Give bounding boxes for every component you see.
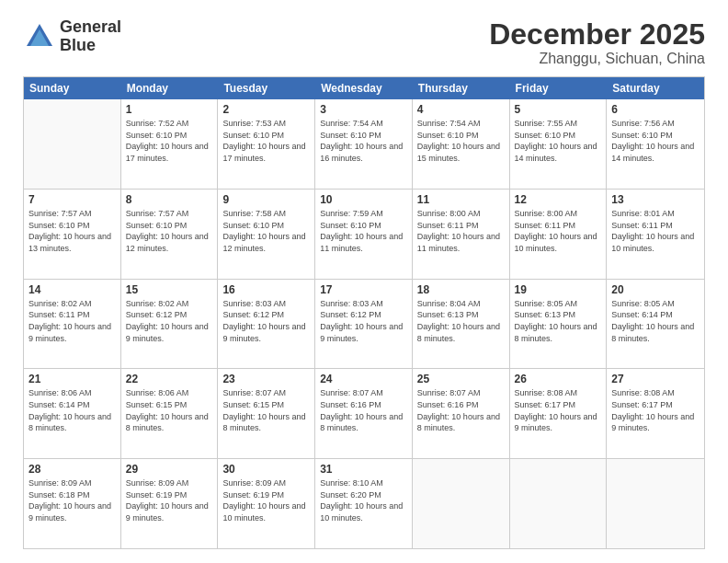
header-day: Tuesday xyxy=(218,77,315,99)
cell-info: Sunrise: 7:57 AM Sunset: 6:10 PM Dayligh… xyxy=(28,208,116,254)
calendar-cell: 24Sunrise: 8:07 AM Sunset: 6:16 PM Dayli… xyxy=(315,369,413,458)
logo: General Blue xyxy=(23,18,121,55)
calendar-cell: 10Sunrise: 7:59 AM Sunset: 6:10 PM Dayli… xyxy=(315,190,413,279)
calendar-cell: 9Sunrise: 7:58 AM Sunset: 6:10 PM Daylig… xyxy=(218,190,315,279)
cell-info: Sunrise: 8:06 AM Sunset: 6:15 PM Dayligh… xyxy=(126,387,213,433)
cell-day-number: 16 xyxy=(222,283,310,296)
cell-day-number: 4 xyxy=(417,103,505,116)
calendar-cell: 20Sunrise: 8:05 AM Sunset: 6:14 PM Dayli… xyxy=(607,280,704,369)
cell-day-number: 7 xyxy=(28,193,116,206)
calendar-cell: 25Sunrise: 8:07 AM Sunset: 6:16 PM Dayli… xyxy=(413,369,510,458)
cell-day-number: 18 xyxy=(417,283,505,296)
header-day: Saturday xyxy=(607,77,704,99)
calendar-cell: 15Sunrise: 8:02 AM Sunset: 6:12 PM Dayli… xyxy=(121,280,219,369)
cell-info: Sunrise: 8:02 AM Sunset: 6:12 PM Dayligh… xyxy=(126,298,213,344)
cell-day-number: 2 xyxy=(222,103,310,116)
cell-info: Sunrise: 8:04 AM Sunset: 6:13 PM Dayligh… xyxy=(417,298,505,344)
cell-info: Sunrise: 7:54 AM Sunset: 6:10 PM Dayligh… xyxy=(320,118,407,164)
calendar-cell: 22Sunrise: 8:06 AM Sunset: 6:15 PM Dayli… xyxy=(121,369,219,458)
calendar-row: 28Sunrise: 8:09 AM Sunset: 6:18 PM Dayli… xyxy=(24,459,704,548)
header-day: Wednesday xyxy=(315,77,413,99)
cell-day-number: 30 xyxy=(222,463,310,476)
calendar-cell: 7Sunrise: 7:57 AM Sunset: 6:10 PM Daylig… xyxy=(24,190,121,279)
cell-day-number: 28 xyxy=(28,463,116,476)
cell-info: Sunrise: 8:05 AM Sunset: 6:14 PM Dayligh… xyxy=(611,298,700,344)
cell-day-number: 24 xyxy=(320,373,407,385)
calendar-cell xyxy=(413,459,510,548)
header-day: Thursday xyxy=(413,77,510,99)
cell-info: Sunrise: 8:02 AM Sunset: 6:11 PM Dayligh… xyxy=(28,298,116,344)
cell-day-number: 8 xyxy=(126,193,213,206)
cell-info: Sunrise: 8:05 AM Sunset: 6:13 PM Dayligh… xyxy=(515,298,602,344)
calendar-cell xyxy=(510,459,608,548)
cell-info: Sunrise: 8:07 AM Sunset: 6:16 PM Dayligh… xyxy=(320,387,407,433)
cell-info: Sunrise: 8:06 AM Sunset: 6:14 PM Dayligh… xyxy=(28,387,116,433)
cell-info: Sunrise: 7:55 AM Sunset: 6:10 PM Dayligh… xyxy=(515,118,602,164)
calendar-cell: 3Sunrise: 7:54 AM Sunset: 6:10 PM Daylig… xyxy=(315,99,413,189)
calendar-cell xyxy=(24,99,121,189)
cell-day-number: 13 xyxy=(611,193,700,206)
calendar-cell: 28Sunrise: 8:09 AM Sunset: 6:18 PM Dayli… xyxy=(24,459,121,548)
cell-info: Sunrise: 7:58 AM Sunset: 6:10 PM Dayligh… xyxy=(222,208,310,254)
cell-day-number: 12 xyxy=(515,193,602,206)
calendar-title: December 2025 xyxy=(489,18,705,51)
calendar-cell: 11Sunrise: 8:00 AM Sunset: 6:11 PM Dayli… xyxy=(413,190,510,279)
cell-day-number: 29 xyxy=(126,463,213,476)
cell-day-number: 17 xyxy=(320,283,407,296)
cell-info: Sunrise: 8:09 AM Sunset: 6:19 PM Dayligh… xyxy=(222,477,310,523)
calendar-row: 7Sunrise: 7:57 AM Sunset: 6:10 PM Daylig… xyxy=(24,190,704,280)
cell-info: Sunrise: 8:00 AM Sunset: 6:11 PM Dayligh… xyxy=(515,208,602,254)
cell-day-number: 9 xyxy=(222,193,310,206)
calendar-header: SundayMondayTuesdayWednesdayThursdayFrid… xyxy=(24,77,704,99)
cell-day-number: 25 xyxy=(417,373,505,385)
logo-icon xyxy=(23,20,56,53)
header-day: Friday xyxy=(510,77,608,99)
cell-day-number: 3 xyxy=(320,103,407,116)
cell-info: Sunrise: 7:59 AM Sunset: 6:10 PM Dayligh… xyxy=(320,208,407,254)
cell-info: Sunrise: 8:03 AM Sunset: 6:12 PM Dayligh… xyxy=(320,298,407,344)
cell-day-number: 20 xyxy=(611,283,700,296)
calendar-row: 21Sunrise: 8:06 AM Sunset: 6:14 PM Dayli… xyxy=(24,369,704,459)
calendar-cell: 5Sunrise: 7:55 AM Sunset: 6:10 PM Daylig… xyxy=(510,99,608,189)
calendar-cell: 16Sunrise: 8:03 AM Sunset: 6:12 PM Dayli… xyxy=(218,280,315,369)
calendar-cell: 8Sunrise: 7:57 AM Sunset: 6:10 PM Daylig… xyxy=(121,190,219,279)
header-day: Sunday xyxy=(24,77,121,99)
cell-info: Sunrise: 8:09 AM Sunset: 6:19 PM Dayligh… xyxy=(126,477,213,523)
cell-info: Sunrise: 8:09 AM Sunset: 6:18 PM Dayligh… xyxy=(28,477,116,523)
cell-info: Sunrise: 8:07 AM Sunset: 6:15 PM Dayligh… xyxy=(222,387,310,433)
cell-day-number: 10 xyxy=(320,193,407,206)
calendar-cell: 23Sunrise: 8:07 AM Sunset: 6:15 PM Dayli… xyxy=(218,369,315,458)
calendar-cell: 2Sunrise: 7:53 AM Sunset: 6:10 PM Daylig… xyxy=(218,99,315,189)
logo-line2: Blue xyxy=(60,37,121,55)
cell-day-number: 23 xyxy=(222,373,310,385)
cell-day-number: 14 xyxy=(28,283,116,296)
calendar-subtitle: Zhanggu, Sichuan, China xyxy=(489,51,705,67)
calendar-cell xyxy=(607,459,704,548)
calendar-cell: 12Sunrise: 8:00 AM Sunset: 6:11 PM Dayli… xyxy=(510,190,608,279)
calendar-row: 1Sunrise: 7:52 AM Sunset: 6:10 PM Daylig… xyxy=(24,99,704,190)
cell-day-number: 26 xyxy=(515,373,602,385)
calendar-cell: 27Sunrise: 8:08 AM Sunset: 6:17 PM Dayli… xyxy=(607,369,704,458)
calendar-cell: 26Sunrise: 8:08 AM Sunset: 6:17 PM Dayli… xyxy=(510,369,608,458)
header-day: Monday xyxy=(121,77,219,99)
cell-day-number: 5 xyxy=(515,103,602,116)
cell-day-number: 22 xyxy=(126,373,213,385)
cell-day-number: 11 xyxy=(417,193,505,206)
calendar-row: 14Sunrise: 8:02 AM Sunset: 6:11 PM Dayli… xyxy=(24,280,704,370)
cell-day-number: 15 xyxy=(126,283,213,296)
calendar-cell: 17Sunrise: 8:03 AM Sunset: 6:12 PM Dayli… xyxy=(315,280,413,369)
header: General Blue December 2025 Zhanggu, Sich… xyxy=(23,18,705,67)
calendar-cell: 31Sunrise: 8:10 AM Sunset: 6:20 PM Dayli… xyxy=(315,459,413,548)
cell-info: Sunrise: 8:08 AM Sunset: 6:17 PM Dayligh… xyxy=(611,387,700,433)
cell-day-number: 6 xyxy=(611,103,700,116)
calendar: SundayMondayTuesdayWednesdayThursdayFrid… xyxy=(23,76,705,549)
calendar-body: 1Sunrise: 7:52 AM Sunset: 6:10 PM Daylig… xyxy=(24,99,704,548)
calendar-cell: 1Sunrise: 7:52 AM Sunset: 6:10 PM Daylig… xyxy=(121,99,219,189)
cell-day-number: 1 xyxy=(126,103,213,116)
cell-day-number: 31 xyxy=(320,463,407,476)
cell-info: Sunrise: 7:57 AM Sunset: 6:10 PM Dayligh… xyxy=(126,208,213,254)
calendar-cell: 14Sunrise: 8:02 AM Sunset: 6:11 PM Dayli… xyxy=(24,280,121,369)
cell-info: Sunrise: 8:03 AM Sunset: 6:12 PM Dayligh… xyxy=(222,298,310,344)
cell-day-number: 27 xyxy=(611,373,700,385)
cell-day-number: 21 xyxy=(28,373,116,385)
